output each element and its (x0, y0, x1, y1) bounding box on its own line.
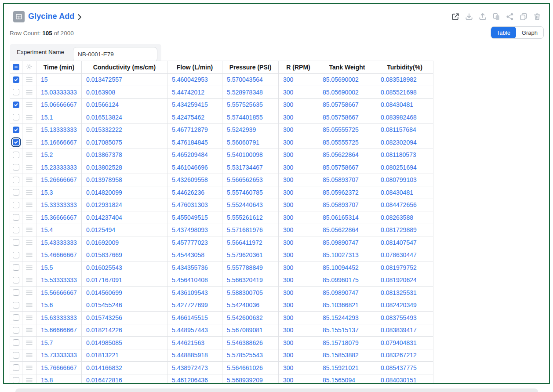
drag-handle-icon[interactable] (22, 365, 36, 370)
row-checkbox[interactable] (13, 227, 19, 233)
drag-handle-icon[interactable] (22, 277, 36, 283)
cell-tank-weight[interactable]: 85.15921021 (318, 362, 376, 374)
cell-time[interactable]: 15.5 (36, 261, 82, 274)
cell-time[interactable]: 15.1 (36, 111, 82, 124)
drag-handle-icon[interactable] (22, 215, 36, 220)
cell-tank-weight[interactable]: 85.05758667 (318, 98, 376, 111)
row-checkbox[interactable] (13, 352, 19, 359)
cell-time[interactable]: 15 (36, 73, 82, 86)
cell-time[interactable]: 15.46666667 (36, 249, 82, 261)
drag-handle-icon[interactable] (22, 352, 36, 358)
cell-conductivity[interactable]: 0.014166832 (82, 362, 167, 374)
cell-rpm[interactable]: 300 (279, 337, 318, 349)
cell-turbidity[interactable]: 0.078630447 (376, 249, 433, 261)
cell-conductivity[interactable]: 0.013472557 (82, 73, 167, 86)
cell-flow[interactable]: 5.461046696 (167, 161, 222, 174)
drag-handle-icon[interactable] (22, 202, 36, 207)
drag-handle-icon[interactable] (22, 102, 36, 107)
cell-turbidity[interactable]: 0.081979752 (376, 261, 433, 274)
drag-handle-icon[interactable] (22, 340, 36, 345)
cell-flow[interactable]: 5.460042953 (167, 73, 222, 86)
cell-flow[interactable]: 5.476184845 (167, 136, 222, 149)
cell-time[interactable]: 15.2 (36, 149, 82, 161)
cell-pressure[interactable]: 5.570043564 (222, 73, 279, 86)
cell-conductivity[interactable]: 0.014237404 (82, 211, 167, 224)
cell-flow[interactable]: 5.42475462 (167, 111, 222, 124)
cell-turbidity[interactable]: 0.083982468 (376, 111, 433, 124)
cell-tank-weight[interactable]: 85.05962372 (318, 186, 376, 199)
cell-flow[interactable]: 5.448885918 (167, 349, 222, 362)
cell-flow[interactable]: 5.448957443 (167, 324, 222, 337)
cell-pressure[interactable]: 5.56060791 (222, 136, 279, 149)
cell-conductivity[interactable]: 0.017085075 (82, 136, 167, 149)
cell-turbidity[interactable]: 0.081157684 (376, 123, 433, 136)
cell-tank-weight[interactable]: 85.15244293 (318, 312, 376, 324)
cell-time[interactable]: 15.03333333 (36, 86, 82, 99)
cell-pressure[interactable]: 5.566562653 (222, 174, 279, 186)
cell-turbidity[interactable]: 0.083518982 (376, 73, 433, 86)
cell-rpm[interactable]: 300 (279, 362, 318, 374)
row-checkbox[interactable] (13, 214, 19, 221)
cell-conductivity[interactable]: 0.012931824 (82, 199, 167, 211)
cell-rpm[interactable]: 300 (279, 98, 318, 111)
cell-turbidity[interactable]: 0.08430481 (376, 98, 433, 111)
cell-conductivity[interactable]: 0.016513824 (82, 111, 167, 124)
paste-icon[interactable] (491, 12, 501, 21)
cell-tank-weight[interactable]: 85.05555725 (318, 136, 376, 149)
cell-time[interactable]: 15.33333333 (36, 199, 82, 211)
cell-conductivity[interactable]: 0.017167091 (82, 274, 167, 287)
row-checkbox[interactable] (13, 114, 19, 120)
trash-icon[interactable] (532, 12, 542, 21)
cell-flow[interactable]: 5.427727699 (167, 299, 222, 312)
row-checkbox[interactable] (13, 239, 19, 246)
cell-tank-weight[interactable]: 85.09890747 (318, 287, 376, 299)
cell-turbidity[interactable]: 0.083755493 (376, 312, 433, 324)
cell-pressure[interactable]: 5.566411972 (222, 236, 279, 249)
cell-turbidity[interactable]: 0.082302094 (376, 136, 433, 149)
cell-flow[interactable]: 5.461206436 (167, 374, 222, 383)
cell-time[interactable]: 15.4 (36, 224, 82, 236)
cell-rpm[interactable]: 300 (279, 324, 318, 337)
cell-conductivity[interactable]: 0.01692009 (82, 236, 167, 249)
cell-tank-weight[interactable]: 85.05690002 (318, 86, 376, 99)
cell-time[interactable]: 15.63333333 (36, 312, 82, 324)
row-checkbox[interactable] (13, 164, 19, 171)
cell-time[interactable]: 15.16666667 (36, 136, 82, 149)
cell-turbidity[interactable]: 0.084472656 (376, 199, 433, 211)
cell-turbidity[interactable]: 0.083839417 (376, 324, 433, 337)
cell-conductivity[interactable]: 0.01813221 (82, 349, 167, 362)
row-checkbox[interactable] (13, 289, 19, 296)
row-checkbox[interactable] (13, 102, 19, 108)
cell-tank-weight[interactable]: 85.10366821 (318, 299, 376, 312)
row-checkbox[interactable] (13, 152, 19, 158)
cell-tank-weight[interactable]: 85.05690002 (318, 73, 376, 86)
row-checkbox[interactable] (13, 177, 19, 183)
cell-flow[interactable]: 5.436109543 (167, 287, 222, 299)
cell-pressure[interactable]: 5.528978348 (222, 86, 279, 99)
cell-pressure[interactable]: 5.546388626 (222, 337, 279, 349)
cell-flow[interactable]: 5.44626236 (167, 186, 222, 199)
cell-tank-weight[interactable]: 85.05622864 (318, 149, 376, 161)
cell-turbidity[interactable]: 0.081325531 (376, 287, 433, 299)
cell-flow[interactable]: 5.438972473 (167, 362, 222, 374)
cell-pressure[interactable]: 5.566320419 (222, 274, 279, 287)
row-checkbox[interactable] (13, 264, 19, 271)
share-icon[interactable] (505, 12, 514, 21)
cell-tank-weight[interactable]: 85.05758667 (318, 161, 376, 174)
experiment-name-input[interactable]: NB-0001-E79 (73, 47, 157, 62)
cell-pressure[interactable]: 5.579620361 (222, 249, 279, 261)
cell-time[interactable]: 15.3 (36, 186, 82, 199)
cell-rpm[interactable]: 300 (279, 287, 318, 299)
cell-conductivity[interactable]: 0.015743256 (82, 312, 167, 324)
cell-conductivity[interactable]: 0.015837669 (82, 249, 167, 261)
cell-rpm[interactable]: 300 (279, 299, 318, 312)
cell-time[interactable]: 15.76666667 (36, 362, 82, 374)
cell-pressure[interactable]: 5.531734467 (222, 161, 279, 174)
cell-conductivity[interactable]: 0.016472816 (82, 374, 167, 383)
cell-pressure[interactable]: 5.557460785 (222, 186, 279, 199)
drag-handle-icon[interactable] (22, 315, 36, 320)
cell-pressure[interactable]: 5.564661026 (222, 362, 279, 374)
cell-time[interactable]: 15.43333333 (36, 236, 82, 249)
cell-turbidity[interactable]: 0.080799103 (376, 174, 433, 186)
cell-turbidity[interactable]: 0.08263588 (376, 211, 433, 224)
